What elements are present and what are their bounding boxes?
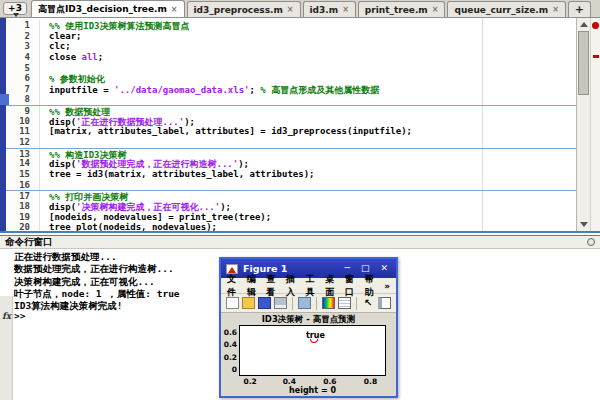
open-file-icon[interactable] [242, 297, 255, 309]
editor-line[interactable]: 1%% 使用ID3决策树算法预测高冒点 [6, 20, 576, 31]
code-text: %% 数据预处理 [40, 106, 110, 116]
tab-close-icon[interactable]: × [287, 5, 294, 14]
editor-line[interactable]: 12 [6, 137, 576, 148]
editor-line[interactable]: 19[nodeids, nodevalues] = print_tree(tre… [6, 212, 576, 223]
y-tick-label: 0.4 [224, 340, 237, 349]
command-prompt[interactable]: >> [14, 310, 25, 321]
tab-close-icon[interactable]: × [171, 5, 178, 14]
line-number: 11 [6, 126, 40, 137]
toolbar-separator [356, 297, 357, 310]
editor-line[interactable]: 11[matrix, attributes_label, attributes]… [6, 126, 576, 137]
editor-line[interactable]: 14disp('数据预处理完成，正在进行构造树...'); [6, 158, 576, 169]
editor-line[interactable]: 10disp('正在进行数据预处理...'); [6, 116, 576, 127]
editor-line[interactable]: 16 [6, 180, 576, 191]
code-text: %% 打印并画决策树 [40, 191, 128, 201]
editor-line[interactable]: 20tree_plot(nodeids, nodevalues); [6, 222, 576, 233]
figure-menu-view[interactable]: 查看 [266, 273, 279, 299]
editor-line[interactable]: 9%% 数据预处理 [6, 105, 576, 116]
editor-pane[interactable]: 1%% 使用ID3决策树算法预测高冒点2clear;3clc;4close al… [0, 18, 600, 233]
line-number: 13 [6, 149, 40, 159]
line-number: 6 [6, 73, 40, 84]
code-text [40, 94, 49, 105]
code-text: % 参数初始化 [40, 73, 105, 84]
line-number: 17 [6, 191, 40, 201]
figure-toolbar: ↖ [221, 294, 396, 313]
x-axis-label: height = 0 [239, 386, 386, 395]
command-window-header[interactable]: 命令行窗口 [0, 235, 600, 249]
scroll-up-arrow-icon[interactable] [580, 22, 588, 27]
figure-window: Figure 1 ─ □ ✕ 文件编辑查看插入工具桌面窗口帮助» ↖ ID3决策… [219, 257, 398, 398]
plot-tools-icon[interactable] [378, 297, 391, 309]
editor-line[interactable]: 15tree = id3(matrix, attributes_label, a… [6, 169, 576, 180]
error-indicator-icon[interactable] [592, 22, 599, 29]
tab-id3-preprocess[interactable]: id3_preprocess.m× [187, 1, 301, 17]
x-tick-label: 0.8 [364, 377, 377, 386]
scroll-down-arrow-icon[interactable] [580, 222, 588, 227]
editor-line[interactable]: 17%% 打印并画决策树 [6, 190, 576, 201]
tab-id3[interactable]: id3.m× [303, 1, 356, 17]
tab-overflow-caret-icon[interactable] [13, 13, 19, 17]
figure-menu-desktop[interactable]: 桌面 [325, 273, 338, 299]
pointer-icon[interactable]: ↖ [362, 297, 375, 309]
editor-line[interactable]: 7inputfile = '../data/gaomao_data.xls'; … [6, 84, 576, 95]
tab-gaomaodian-id3-decision-tree[interactable]: 高冒点ID3_decision_tree.m× [31, 0, 185, 17]
tab-new[interactable]: + [568, 1, 591, 17]
scrollbar-thumb[interactable] [578, 31, 589, 95]
figure-menu-file[interactable]: 文件 [227, 273, 240, 299]
axes: true 0.60.40.200.20.40.60.8 [239, 325, 386, 376]
editor-line[interactable]: 4close all; [6, 52, 576, 63]
line-number: 9 [6, 106, 40, 116]
tab-strip: +3高冒点ID3_decision_tree.m×id3_preprocess.… [0, 0, 600, 18]
figure-menu-window[interactable]: 窗口 [345, 273, 358, 299]
code-text: disp('正在进行数据预处理...'); [40, 116, 195, 127]
editor-vertical-scrollbar[interactable] [576, 18, 590, 231]
line-number: 20 [6, 222, 40, 233]
editor-line[interactable]: 5 [6, 63, 576, 74]
line-number: 16 [6, 180, 40, 191]
line-number: 18 [6, 201, 40, 212]
figure-menu-insert[interactable]: 插入 [286, 273, 299, 299]
tab-queue-curr-size[interactable]: queue_curr_size.m× [447, 1, 565, 17]
new-file-icon[interactable] [226, 297, 239, 309]
y-tick-label: 0 [232, 365, 237, 374]
editor-line[interactable]: 8 [6, 94, 576, 105]
editor-left-bar [0, 18, 6, 231]
line-number: 15 [6, 169, 40, 180]
code-text: clc; [40, 41, 71, 52]
tab-close-icon[interactable]: × [552, 5, 559, 14]
editor-line[interactable]: 2clear; [6, 31, 576, 42]
figure-menu-tools[interactable]: 工具 [306, 273, 319, 299]
insert-legend-icon[interactable] [338, 297, 351, 309]
figure-menu-help[interactable]: 帮助 [364, 273, 377, 299]
x-tick-label: 0.4 [283, 377, 296, 386]
matlab-window: +3高冒点ID3_decision_tree.m×id3_preprocess.… [0, 0, 600, 400]
tab-close-icon[interactable]: × [432, 5, 439, 14]
line-number: 3 [6, 41, 40, 52]
tab-close-icon[interactable]: × [342, 5, 349, 14]
code-text: disp('决策树构建完成，正在可视化...'); [40, 201, 231, 212]
editor-line[interactable]: 3clc; [6, 41, 576, 52]
figure-plot-area: ID3决策树 - 高冒点预测 true 0.60.40.200.20.40.60… [221, 313, 396, 396]
error-marker[interactable] [593, 55, 599, 58]
tab-print-tree[interactable]: print_tree.m× [358, 1, 446, 17]
code-text: %% 构造ID3决策树 [40, 149, 127, 159]
fx-button[interactable]: fx [2, 311, 11, 321]
panel-menu-icon[interactable] [587, 238, 595, 246]
code-text: close all; [40, 52, 103, 63]
code-text: [matrix, attributes_label, attributes] =… [40, 126, 412, 137]
editor-line[interactable]: 6% 参数初始化 [6, 73, 576, 84]
line-number: 19 [6, 212, 40, 223]
figure-menu-edit[interactable]: 编辑 [247, 273, 260, 299]
save-icon[interactable] [258, 297, 271, 309]
editor-line[interactable]: 13%% 构造ID3决策树 [6, 148, 576, 159]
insert-colorbar-icon[interactable] [322, 297, 335, 309]
close-button[interactable]: ✕ [377, 264, 391, 273]
figure-menu-overflow[interactable]: » [384, 281, 390, 291]
line-number: 8 [6, 94, 40, 105]
tree-node-marker [310, 339, 318, 343]
editor-line[interactable]: 18disp('决策树构建完成，正在可视化...'); [6, 201, 576, 212]
link-plot-icon[interactable] [298, 297, 311, 309]
tab-label: id3.m [310, 5, 339, 15]
toolbar-separator [292, 297, 293, 310]
print-icon[interactable] [274, 297, 287, 309]
